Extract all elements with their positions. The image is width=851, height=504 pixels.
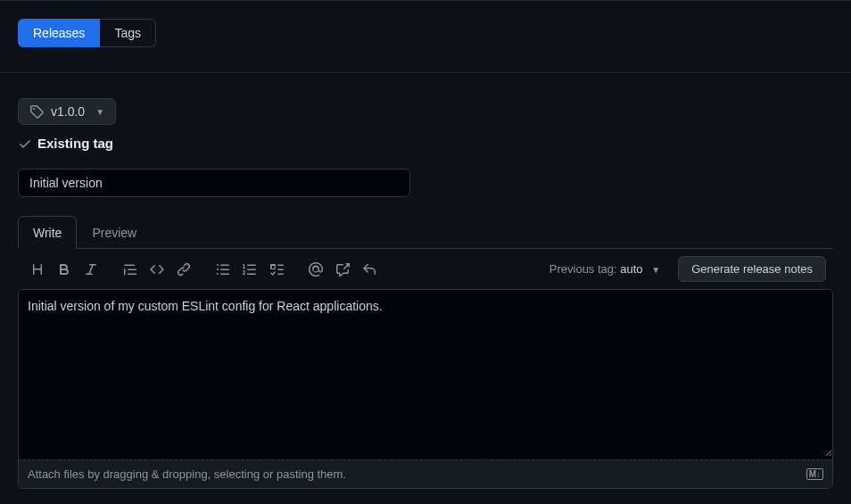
previous-tag-label: Previous tag: <box>549 262 621 276</box>
editor-toolbar: Previous tag: auto ▼ Generate release no… <box>18 249 833 289</box>
nav-tab-tags[interactable]: Tags <box>100 19 156 47</box>
ordered-list-icon[interactable] <box>237 257 262 282</box>
attach-hint-text: Attach files by dragging & dropping, sel… <box>28 467 346 481</box>
tab-preview[interactable]: Preview <box>77 216 152 249</box>
unordered-list-icon[interactable] <box>211 257 235 282</box>
divider <box>0 72 851 73</box>
nav-tab-releases[interactable]: Releases <box>18 19 100 47</box>
description-textarea[interactable] <box>19 290 832 457</box>
italic-icon[interactable] <box>78 257 103 282</box>
attach-files-bar[interactable]: Attach files by dragging & dropping, sel… <box>19 459 832 488</box>
cross-reference-icon[interactable] <box>330 257 355 282</box>
heading-icon[interactable] <box>25 257 50 282</box>
existing-tag-label: Existing tag <box>37 136 113 151</box>
caret-down-icon: ▼ <box>95 107 104 117</box>
link-icon[interactable] <box>171 257 196 282</box>
previous-tag-value: auto <box>620 262 642 276</box>
bold-icon[interactable] <box>52 257 77 282</box>
code-icon[interactable] <box>145 257 169 282</box>
description-editor: Attach files by dragging & dropping, sel… <box>18 289 833 489</box>
previous-tag-dropdown[interactable]: Previous tag: auto ▼ <box>549 262 660 276</box>
tag-selector-value: v1.0.0 <box>51 104 85 119</box>
markdown-icon[interactable]: M↓ <box>806 468 823 480</box>
check-icon <box>18 136 32 151</box>
reply-icon[interactable] <box>357 257 382 282</box>
quote-icon[interactable] <box>118 257 143 282</box>
release-title-input[interactable] <box>18 169 410 197</box>
generate-release-notes-button[interactable]: Generate release notes <box>678 256 826 282</box>
tasklist-icon[interactable] <box>264 257 289 282</box>
existing-tag-status: Existing tag <box>18 136 833 151</box>
tag-icon <box>29 104 44 119</box>
nav-tabs: Releases Tags <box>18 19 833 47</box>
editor-tabs: Write Preview <box>18 215 833 249</box>
mention-icon[interactable] <box>303 257 328 282</box>
tab-write[interactable]: Write <box>18 216 77 249</box>
caret-down-icon: ▼ <box>651 265 660 275</box>
tag-selector-dropdown[interactable]: v1.0.0 ▼ <box>18 98 116 125</box>
